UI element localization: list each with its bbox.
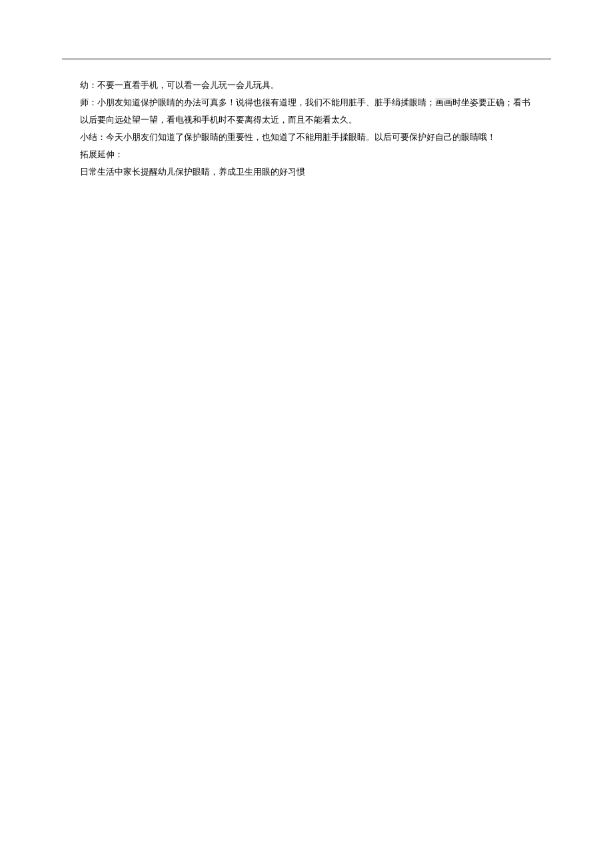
text-line: 小结：今天小朋友们知道了保护眼睛的重要性，也知道了不能用脏手揉眼睛。以后可要保护… xyxy=(80,129,551,146)
text-line: 幼：不要一直看手机，可以看一会儿玩一会儿玩具。 xyxy=(80,77,551,94)
text-line: 日常生活中家长提醒幼儿保护眼睛，养成卫生用眼的好习惯 xyxy=(80,163,551,181)
text-line: 以后要向远处望一望，看电视和手机时不要离得太近，而且不能看太久。 xyxy=(80,111,551,129)
horizontal-divider xyxy=(62,59,551,59)
document-content: 幼：不要一直看手机，可以看一会儿玩一会儿玩具。 师：小朋友知道保护眼睛的办法可真… xyxy=(80,77,551,181)
text-line: 师：小朋友知道保护眼睛的办法可真多！说得也很有道理，我们不能用脏手、脏手绢揉眼睛… xyxy=(80,94,551,111)
text-line: 拓展延伸： xyxy=(80,146,551,163)
